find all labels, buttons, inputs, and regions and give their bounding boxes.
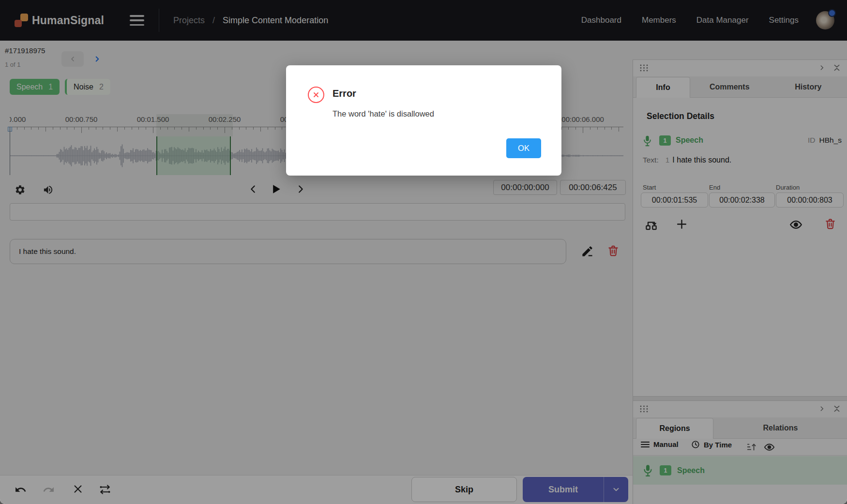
error-icon: [308, 87, 324, 103]
ok-button[interactable]: OK: [506, 138, 541, 158]
modal-title: Error: [333, 88, 356, 99]
modal-message: The word 'hate' is disallowed: [333, 109, 434, 119]
error-modal: Error The word 'hate' is disallowed OK: [286, 65, 561, 176]
app-window: HumanSignal Projects / Simple Content Mo…: [0, 0, 847, 504]
